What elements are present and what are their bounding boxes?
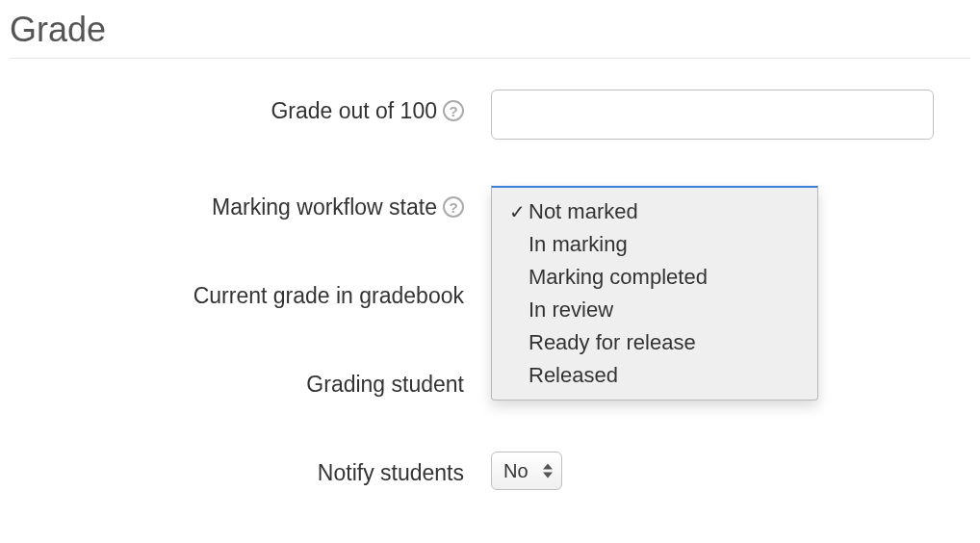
grade-form: Grade out of 100 ? Marking workflow stat… xyxy=(10,90,970,494)
label-grading-student: Grading student xyxy=(10,363,491,405)
section-divider xyxy=(10,58,970,59)
check-icon: ✓ xyxy=(505,200,529,223)
workflow-option-in-marking[interactable]: In marking xyxy=(492,228,817,261)
label-workflow-state: Marking workflow state ? xyxy=(10,186,491,228)
label-notify-students: Notify students xyxy=(10,452,491,494)
row-current-grade: Current grade in gradebook xyxy=(10,274,970,317)
workflow-option-not-marked[interactable]: ✓ Not marked xyxy=(492,195,817,228)
grade-input[interactable] xyxy=(491,90,934,140)
help-icon[interactable]: ? xyxy=(443,196,464,218)
workflow-option-in-review[interactable]: In review xyxy=(492,294,817,326)
workflow-option-ready-for-release[interactable]: Ready for release xyxy=(492,326,817,359)
section-title: Grade xyxy=(10,10,970,50)
grade-section: Grade Grade out of 100 ? Marking workflo… xyxy=(10,10,970,494)
help-icon[interactable]: ? xyxy=(443,100,464,121)
row-grade-out: Grade out of 100 ? xyxy=(10,90,970,140)
label-current-grade: Current grade in gradebook xyxy=(10,274,491,317)
workflow-option-released[interactable]: Released xyxy=(492,359,817,392)
workflow-option-marking-completed[interactable]: Marking completed xyxy=(492,261,817,294)
notify-students-select[interactable]: No xyxy=(491,452,562,490)
row-notify-students: Notify students No xyxy=(10,452,970,494)
row-grading-student: Grading student xyxy=(10,363,970,405)
workflow-state-dropdown[interactable]: ✓ Not marked In marking Marking complete… xyxy=(491,186,818,401)
label-grade-out: Grade out of 100 ? xyxy=(10,90,491,132)
row-workflow-state: Marking workflow state ? xyxy=(10,186,970,228)
